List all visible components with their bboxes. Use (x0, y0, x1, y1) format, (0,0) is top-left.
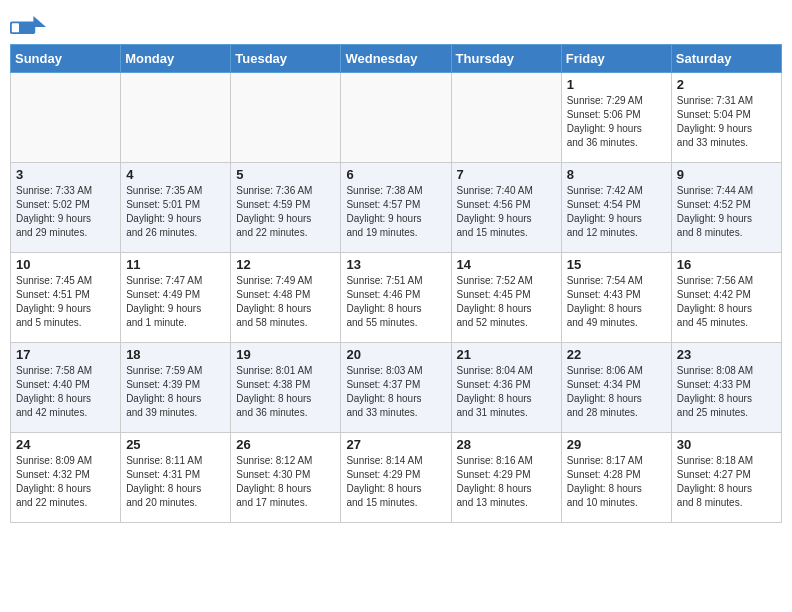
calendar-cell (11, 73, 121, 163)
day-number: 17 (16, 347, 115, 362)
calendar-cell (341, 73, 451, 163)
day-info: Sunrise: 8:14 AM Sunset: 4:29 PM Dayligh… (346, 454, 445, 510)
weekday-header-tuesday: Tuesday (231, 45, 341, 73)
day-info: Sunrise: 7:58 AM Sunset: 4:40 PM Dayligh… (16, 364, 115, 420)
day-info: Sunrise: 7:44 AM Sunset: 4:52 PM Dayligh… (677, 184, 776, 240)
calendar-cell: 4Sunrise: 7:35 AM Sunset: 5:01 PM Daylig… (121, 163, 231, 253)
calendar-cell: 16Sunrise: 7:56 AM Sunset: 4:42 PM Dayli… (671, 253, 781, 343)
day-info: Sunrise: 7:42 AM Sunset: 4:54 PM Dayligh… (567, 184, 666, 240)
day-number: 21 (457, 347, 556, 362)
day-number: 12 (236, 257, 335, 272)
day-info: Sunrise: 7:56 AM Sunset: 4:42 PM Dayligh… (677, 274, 776, 330)
calendar-cell: 6Sunrise: 7:38 AM Sunset: 4:57 PM Daylig… (341, 163, 451, 253)
day-info: Sunrise: 7:35 AM Sunset: 5:01 PM Dayligh… (126, 184, 225, 240)
day-number: 10 (16, 257, 115, 272)
day-number: 7 (457, 167, 556, 182)
day-info: Sunrise: 8:08 AM Sunset: 4:33 PM Dayligh… (677, 364, 776, 420)
calendar-cell: 18Sunrise: 7:59 AM Sunset: 4:39 PM Dayli… (121, 343, 231, 433)
calendar-cell: 15Sunrise: 7:54 AM Sunset: 4:43 PM Dayli… (561, 253, 671, 343)
weekday-header-thursday: Thursday (451, 45, 561, 73)
day-info: Sunrise: 7:45 AM Sunset: 4:51 PM Dayligh… (16, 274, 115, 330)
weekday-header-wednesday: Wednesday (341, 45, 451, 73)
day-info: Sunrise: 7:47 AM Sunset: 4:49 PM Dayligh… (126, 274, 225, 330)
day-number: 4 (126, 167, 225, 182)
calendar-cell: 29Sunrise: 8:17 AM Sunset: 4:28 PM Dayli… (561, 433, 671, 523)
day-number: 3 (16, 167, 115, 182)
calendar-cell: 10Sunrise: 7:45 AM Sunset: 4:51 PM Dayli… (11, 253, 121, 343)
calendar-cell: 8Sunrise: 7:42 AM Sunset: 4:54 PM Daylig… (561, 163, 671, 253)
day-number: 14 (457, 257, 556, 272)
day-info: Sunrise: 7:36 AM Sunset: 4:59 PM Dayligh… (236, 184, 335, 240)
day-number: 11 (126, 257, 225, 272)
calendar-cell: 17Sunrise: 7:58 AM Sunset: 4:40 PM Dayli… (11, 343, 121, 433)
day-info: Sunrise: 7:51 AM Sunset: 4:46 PM Dayligh… (346, 274, 445, 330)
day-number: 6 (346, 167, 445, 182)
day-info: Sunrise: 7:38 AM Sunset: 4:57 PM Dayligh… (346, 184, 445, 240)
calendar-cell: 26Sunrise: 8:12 AM Sunset: 4:30 PM Dayli… (231, 433, 341, 523)
calendar-cell (231, 73, 341, 163)
calendar-cell: 9Sunrise: 7:44 AM Sunset: 4:52 PM Daylig… (671, 163, 781, 253)
day-number: 28 (457, 437, 556, 452)
calendar-week-4: 17Sunrise: 7:58 AM Sunset: 4:40 PM Dayli… (11, 343, 782, 433)
day-info: Sunrise: 7:52 AM Sunset: 4:45 PM Dayligh… (457, 274, 556, 330)
weekday-header-monday: Monday (121, 45, 231, 73)
calendar-header-row: SundayMondayTuesdayWednesdayThursdayFrid… (11, 45, 782, 73)
calendar: SundayMondayTuesdayWednesdayThursdayFrid… (10, 44, 782, 523)
day-info: Sunrise: 8:11 AM Sunset: 4:31 PM Dayligh… (126, 454, 225, 510)
calendar-cell: 20Sunrise: 8:03 AM Sunset: 4:37 PM Dayli… (341, 343, 451, 433)
day-info: Sunrise: 8:17 AM Sunset: 4:28 PM Dayligh… (567, 454, 666, 510)
calendar-cell: 19Sunrise: 8:01 AM Sunset: 4:38 PM Dayli… (231, 343, 341, 433)
day-info: Sunrise: 8:04 AM Sunset: 4:36 PM Dayligh… (457, 364, 556, 420)
calendar-cell (451, 73, 561, 163)
day-info: Sunrise: 8:03 AM Sunset: 4:37 PM Dayligh… (346, 364, 445, 420)
day-info: Sunrise: 8:06 AM Sunset: 4:34 PM Dayligh… (567, 364, 666, 420)
calendar-cell: 5Sunrise: 7:36 AM Sunset: 4:59 PM Daylig… (231, 163, 341, 253)
svg-rect-2 (12, 23, 19, 32)
calendar-cell: 2Sunrise: 7:31 AM Sunset: 5:04 PM Daylig… (671, 73, 781, 163)
calendar-cell: 28Sunrise: 8:16 AM Sunset: 4:29 PM Dayli… (451, 433, 561, 523)
day-info: Sunrise: 8:18 AM Sunset: 4:27 PM Dayligh… (677, 454, 776, 510)
header (10, 10, 782, 38)
calendar-week-3: 10Sunrise: 7:45 AM Sunset: 4:51 PM Dayli… (11, 253, 782, 343)
day-number: 27 (346, 437, 445, 452)
calendar-week-5: 24Sunrise: 8:09 AM Sunset: 4:32 PM Dayli… (11, 433, 782, 523)
day-number: 8 (567, 167, 666, 182)
calendar-cell: 24Sunrise: 8:09 AM Sunset: 4:32 PM Dayli… (11, 433, 121, 523)
calendar-cell: 30Sunrise: 8:18 AM Sunset: 4:27 PM Dayli… (671, 433, 781, 523)
day-info: Sunrise: 8:16 AM Sunset: 4:29 PM Dayligh… (457, 454, 556, 510)
weekday-header-friday: Friday (561, 45, 671, 73)
day-number: 13 (346, 257, 445, 272)
day-info: Sunrise: 7:54 AM Sunset: 4:43 PM Dayligh… (567, 274, 666, 330)
day-number: 19 (236, 347, 335, 362)
day-number: 20 (346, 347, 445, 362)
calendar-cell: 3Sunrise: 7:33 AM Sunset: 5:02 PM Daylig… (11, 163, 121, 253)
day-number: 26 (236, 437, 335, 452)
day-info: Sunrise: 7:59 AM Sunset: 4:39 PM Dayligh… (126, 364, 225, 420)
calendar-cell: 22Sunrise: 8:06 AM Sunset: 4:34 PM Dayli… (561, 343, 671, 433)
day-number: 30 (677, 437, 776, 452)
day-info: Sunrise: 7:49 AM Sunset: 4:48 PM Dayligh… (236, 274, 335, 330)
calendar-cell: 12Sunrise: 7:49 AM Sunset: 4:48 PM Dayli… (231, 253, 341, 343)
day-number: 22 (567, 347, 666, 362)
calendar-week-2: 3Sunrise: 7:33 AM Sunset: 5:02 PM Daylig… (11, 163, 782, 253)
day-number: 5 (236, 167, 335, 182)
calendar-cell: 27Sunrise: 8:14 AM Sunset: 4:29 PM Dayli… (341, 433, 451, 523)
day-info: Sunrise: 7:33 AM Sunset: 5:02 PM Dayligh… (16, 184, 115, 240)
logo-icon (10, 14, 46, 38)
day-info: Sunrise: 8:12 AM Sunset: 4:30 PM Dayligh… (236, 454, 335, 510)
day-number: 29 (567, 437, 666, 452)
calendar-cell: 14Sunrise: 7:52 AM Sunset: 4:45 PM Dayli… (451, 253, 561, 343)
day-number: 24 (16, 437, 115, 452)
calendar-week-1: 1Sunrise: 7:29 AM Sunset: 5:06 PM Daylig… (11, 73, 782, 163)
day-number: 16 (677, 257, 776, 272)
calendar-cell: 13Sunrise: 7:51 AM Sunset: 4:46 PM Dayli… (341, 253, 451, 343)
day-info: Sunrise: 7:29 AM Sunset: 5:06 PM Dayligh… (567, 94, 666, 150)
logo (10, 14, 50, 38)
day-info: Sunrise: 8:09 AM Sunset: 4:32 PM Dayligh… (16, 454, 115, 510)
calendar-cell: 21Sunrise: 8:04 AM Sunset: 4:36 PM Dayli… (451, 343, 561, 433)
weekday-header-sunday: Sunday (11, 45, 121, 73)
weekday-header-saturday: Saturday (671, 45, 781, 73)
day-number: 18 (126, 347, 225, 362)
day-number: 1 (567, 77, 666, 92)
svg-marker-1 (33, 16, 46, 27)
